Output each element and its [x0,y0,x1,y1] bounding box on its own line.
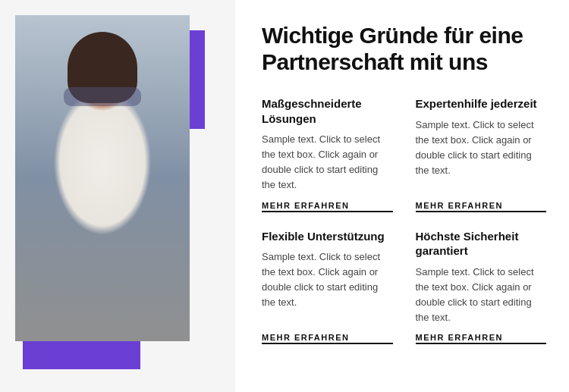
mehr-link-4[interactable]: MEHR ERFAHREN [416,333,547,344]
feature-text-3: Sample text. Click to select the text bo… [262,249,393,325]
feature-item-1: Maßgeschneiderte Lösungen Sample text. C… [262,96,393,212]
feature-item-3: Flexible Unterstützung Sample text. Clic… [262,229,393,345]
right-section: Wichtige Gründe für eine Partnerschaft m… [235,0,569,392]
mehr-link-3[interactable]: MEHR ERFAHREN [262,333,393,344]
feature-title-2: Expertenhilfe jederzeit [416,96,547,111]
feature-title-3: Flexible Unterstützung [262,229,393,244]
mehr-link-1[interactable]: MEHR ERFAHREN [262,201,393,212]
title-line-1: Wichtige Gründe für eine [262,23,523,48]
feature-title-4: Höchste Sicherheit garantiert [416,229,547,259]
page: Wichtige Gründe für eine Partnerschaft m… [0,0,569,392]
feature-text-1: Sample text. Click to select the text bo… [262,132,393,193]
feature-item-2: Expertenhilfe jederzeit Sample text. Cli… [416,96,547,212]
left-section [0,0,235,392]
main-title: Wichtige Gründe für eine Partnerschaft m… [262,23,546,75]
features-grid: Maßgeschneiderte Lösungen Sample text. C… [262,96,546,344]
feature-item-4: Höchste Sicherheit garantiert Sample tex… [416,229,547,345]
title-line-2: Partnerschaft mit uns [262,49,488,74]
feature-title-1: Maßgeschneiderte Lösungen [262,96,393,126]
mehr-link-2[interactable]: MEHR ERFAHREN [416,201,547,212]
photo-container [15,15,190,341]
person-photo [15,15,190,341]
feature-text-2: Sample text. Click to select the text bo… [416,118,547,193]
feature-text-4: Sample text. Click to select the text bo… [416,265,547,326]
